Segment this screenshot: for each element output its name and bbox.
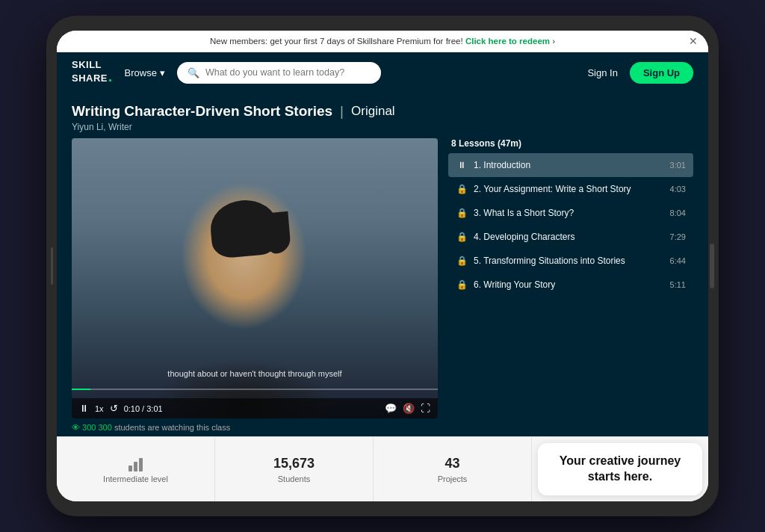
- banner-link[interactable]: Click here to redeem: [465, 37, 550, 46]
- main-content: Writing Character-Driven Short Stories |…: [57, 93, 708, 436]
- rewind-button[interactable]: ↺: [110, 403, 118, 414]
- lessons-panel: 8 Lessons (47m) ⏸1. Introduction3:01🔒2. …: [448, 138, 693, 432]
- signup-button[interactable]: Sign Up: [630, 62, 693, 84]
- stat-level-label: Intermediate level: [103, 474, 168, 483]
- lesson-list: ⏸1. Introduction3:01🔒2. Your Assignment:…: [448, 153, 693, 432]
- lesson-title: 1. Introduction: [474, 160, 664, 170]
- lesson-duration: 3:01: [670, 161, 686, 170]
- promo-card: Your creative journey starts here.: [538, 443, 702, 495]
- banner-text: New members: get your first 7 days of Sk…: [210, 37, 463, 46]
- fullscreen-button[interactable]: ⛶: [421, 403, 430, 414]
- stat-students: 15,673 Students: [215, 437, 374, 501]
- time-display: 0:10 / 3:01: [124, 404, 163, 413]
- projects-value: 43: [445, 456, 459, 471]
- lesson-duration: 6:44: [670, 256, 686, 265]
- watch-text: students are watching this class: [114, 423, 230, 432]
- site-header: SKILL SHAre. Browse ▾ 🔍 Sign In Sign Up: [57, 52, 708, 93]
- video-subtitle: thought about or haven't thought through…: [72, 366, 438, 381]
- playback-speed: 1x: [95, 404, 104, 413]
- progress-bar-track[interactable]: [72, 389, 438, 390]
- lesson-duration: 5:11: [670, 280, 686, 289]
- banner-arrow: ›: [552, 37, 555, 46]
- logo-bottom: SHAre.: [72, 70, 113, 85]
- pause-button[interactable]: ⏸: [79, 403, 89, 414]
- course-header: Writing Character-Driven Short Stories |…: [57, 93, 708, 138]
- lesson-title: 6. Writing Your Story: [474, 279, 664, 290]
- logo-top: SKILL: [72, 60, 113, 70]
- lock-icon: 🔒: [456, 208, 468, 218]
- students-label: Students: [278, 474, 310, 483]
- video-player[interactable]: thought about or haven't thought through…: [72, 138, 438, 418]
- lock-icon: 🔒: [456, 279, 468, 290]
- lesson-duration: 8:04: [670, 208, 686, 217]
- content-row: thought about or haven't thought through…: [57, 138, 708, 436]
- original-badge: Original: [351, 104, 395, 119]
- promo-text: Your creative journey starts here.: [553, 454, 687, 485]
- lesson-item[interactable]: 🔒6. Writing Your Story5:11: [448, 273, 693, 297]
- progress-bar-fill: [72, 389, 90, 390]
- search-icon: 🔍: [188, 67, 199, 78]
- lock-icon: 🔒: [456, 256, 468, 266]
- promo-banner: New members: get your first 7 days of Sk…: [57, 31, 708, 52]
- lesson-title: 4. Developing Characters: [474, 232, 664, 242]
- lock-icon: 🔒: [456, 232, 468, 242]
- watch-count-display: 300: [98, 423, 111, 432]
- bottom-stats: Intermediate level 15,673 Students 43 Pr…: [57, 436, 708, 501]
- watch-count: 300: [82, 423, 96, 432]
- search-bar[interactable]: 🔍: [177, 62, 381, 84]
- lesson-title: 3. What Is a Short Story?: [474, 208, 664, 218]
- tablet-screen: New members: get your first 7 days of Sk…: [57, 31, 708, 501]
- stat-level: Intermediate level: [57, 437, 215, 501]
- lesson-duration: 7:29: [670, 232, 686, 241]
- video-section: thought about or haven't thought through…: [72, 138, 438, 432]
- level-icon: [128, 455, 143, 471]
- lesson-item[interactable]: 🔒5. Transforming Situations into Stories…: [448, 249, 693, 273]
- title-divider: |: [340, 103, 344, 120]
- close-icon[interactable]: ✕: [689, 35, 698, 47]
- watch-eye-icon: 👁: [72, 423, 80, 432]
- lesson-item[interactable]: 🔒3. What Is a Short Story?8:04: [448, 201, 693, 225]
- tablet-frame: New members: get your first 7 days of Sk…: [46, 16, 719, 516]
- stat-projects: 43 Projects: [374, 437, 532, 501]
- lesson-duration: 4:03: [670, 185, 686, 194]
- course-title: Writing Character-Driven Short Stories: [72, 103, 332, 120]
- search-input[interactable]: [205, 67, 371, 78]
- projects-label: Projects: [438, 474, 468, 483]
- browse-button[interactable]: Browse ▾: [125, 67, 165, 78]
- play-icon: ⏸: [456, 160, 468, 170]
- lock-icon: 🔒: [456, 184, 468, 194]
- students-value: 15,673: [273, 456, 315, 471]
- course-author: Yiyun Li, Writer: [72, 122, 693, 132]
- logo: SKILL SHAre.: [72, 60, 113, 85]
- browse-label: Browse: [125, 67, 157, 78]
- lesson-title: 5. Transforming Situations into Stories: [474, 256, 664, 266]
- lesson-item[interactable]: ⏸1. Introduction3:01: [448, 153, 693, 177]
- chevron-down-icon: ▾: [160, 67, 165, 78]
- captions-button[interactable]: 💬: [385, 403, 397, 414]
- lesson-item[interactable]: 🔒4. Developing Characters7:29: [448, 225, 693, 249]
- signin-button[interactable]: Sign In: [587, 67, 617, 78]
- lesson-item[interactable]: 🔒2. Your Assignment: Write a Short Story…: [448, 177, 693, 201]
- video-controls: ⏸ 1x ↺ 0:10 / 3:01 💬 🔇 ⛶: [72, 398, 438, 418]
- volume-button[interactable]: 🔇: [403, 403, 415, 414]
- lessons-header: 8 Lessons (47m): [448, 138, 693, 149]
- lesson-title: 2. Your Assignment: Write a Short Story: [474, 184, 664, 194]
- watching-info: 👁 300 300 students are watching this cla…: [72, 423, 438, 432]
